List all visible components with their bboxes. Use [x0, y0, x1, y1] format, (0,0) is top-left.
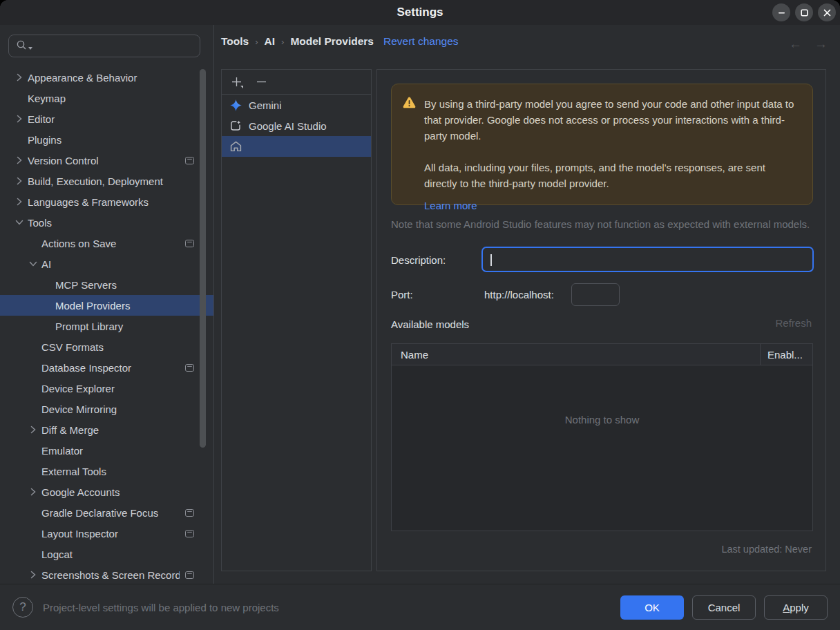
sidebar-item-label: Appearance & Behavior: [28, 72, 197, 84]
settings-sidebar: Appearance & BehaviorKeymapEditorPlugins…: [0, 25, 214, 584]
providers-panel: GeminiGoogle AI Studio: [221, 69, 372, 571]
breadcrumb-separator: ›: [281, 37, 284, 47]
sidebar-item-label: Google Accounts: [41, 486, 197, 498]
sidebar-item-emulator[interactable]: Emulator: [0, 440, 213, 461]
project-settings-icon: [185, 530, 194, 537]
sidebar-item-screenshots-screen-recordi[interactable]: Screenshots & Screen Recordi: [0, 564, 213, 584]
chevron-right-icon[interactable]: [11, 115, 28, 123]
apply-button[interactable]: Apply: [764, 595, 828, 620]
providers-toolbar: [222, 70, 371, 95]
home-icon: [229, 141, 242, 152]
breadcrumb-separator: ›: [255, 37, 258, 47]
chevron-right-icon[interactable]: [25, 571, 41, 579]
add-provider-button[interactable]: [229, 75, 243, 89]
provider-settings-panel: By using a third-party model you agree t…: [376, 69, 826, 571]
project-settings-icon: [185, 571, 194, 579]
sidebar-item-ai[interactable]: AI: [0, 254, 213, 274]
sidebar-item-diff-merge[interactable]: Diff & Merge: [0, 419, 213, 440]
breadcrumb-ai[interactable]: AI: [265, 35, 276, 48]
minimize-button[interactable]: [772, 3, 790, 21]
sidebar-item-languages-frameworks[interactable]: Languages & Frameworks: [0, 191, 213, 212]
text-cursor: [490, 254, 492, 266]
warning-text: By using a third-party model you agree t…: [424, 96, 800, 195]
description-label: Description:: [391, 248, 446, 271]
sidebar-item-label: AI: [41, 258, 197, 270]
sidebar-item-google-accounts[interactable]: Google Accounts: [0, 481, 213, 502]
sidebar-item-label: CSV Formats: [41, 341, 197, 353]
warning-icon: [403, 97, 416, 195]
sidebar-item-version-control[interactable]: Version Control: [0, 150, 213, 171]
dialog-footer: ? Project-level settings will be applied…: [0, 584, 840, 630]
port-prefix: http://localhost:: [484, 283, 554, 306]
sidebar-item-label: Prompt Library: [55, 321, 197, 332]
sidebar-item-tools[interactable]: Tools: [0, 212, 213, 233]
sidebar-item-label: Device Explorer: [41, 383, 197, 394]
column-header-name[interactable]: Name: [392, 349, 760, 361]
footer-hint: Project-level settings will be applied t…: [43, 602, 279, 613]
title-bar: Settings: [0, 0, 840, 25]
chevron-right-icon[interactable]: [11, 198, 28, 206]
port-input[interactable]: [571, 283, 620, 306]
sidebar-item-gradle-declarative-focus[interactable]: Gradle Declarative Focus: [0, 502, 213, 523]
chevron-right-icon[interactable]: [11, 177, 28, 185]
warning-paragraph-2: All data, including your files, prompts,…: [424, 160, 800, 191]
sidebar-item-label: Plugins: [28, 134, 197, 146]
sidebar-item-keymap[interactable]: Keymap: [0, 88, 213, 108]
help-icon[interactable]: ?: [12, 597, 33, 618]
chevron-right-icon[interactable]: [11, 73, 28, 82]
provider-item-new[interactable]: [222, 136, 371, 157]
chevron-right-icon[interactable]: [25, 426, 41, 434]
refresh-link[interactable]: Refresh: [775, 317, 812, 329]
sidebar-item-external-tools[interactable]: External Tools: [0, 461, 213, 481]
sidebar-scrollbar[interactable]: [200, 69, 206, 448]
dialog-body: Appearance & BehaviorKeymapEditorPlugins…: [0, 25, 840, 630]
sidebar-item-label: Languages & Frameworks: [28, 196, 197, 208]
sidebar-item-editor[interactable]: Editor: [0, 108, 213, 129]
cancel-button[interactable]: Cancel: [692, 595, 756, 620]
forward-arrow-icon[interactable]: →: [814, 37, 828, 52]
sidebar-item-mcp-servers[interactable]: MCP Servers: [0, 274, 213, 295]
sidebar-item-plugins[interactable]: Plugins: [0, 129, 213, 150]
models-table-header: Name Enabl...: [392, 344, 812, 365]
models-table: Name Enabl... Nothing to show: [391, 343, 813, 531]
ok-button[interactable]: OK: [620, 595, 684, 620]
chevron-right-icon[interactable]: [25, 488, 41, 496]
gemini-icon: [229, 99, 242, 111]
maximize-button[interactable]: [795, 3, 813, 21]
sidebar-item-label: External Tools: [41, 466, 197, 477]
sidebar-item-database-inspector[interactable]: Database Inspector: [0, 357, 213, 378]
provider-item-gemini[interactable]: Gemini: [222, 95, 371, 115]
sidebar-item-model-providers[interactable]: Model Providers: [0, 295, 213, 316]
column-header-enabled[interactable]: Enabl...: [760, 344, 812, 365]
sidebar-item-label: MCP Servers: [55, 279, 197, 291]
sidebar-item-prompt-library[interactable]: Prompt Library: [0, 316, 213, 336]
search-input[interactable]: [8, 35, 200, 57]
sidebar-item-logcat[interactable]: Logcat: [0, 544, 213, 564]
chevron-down-icon[interactable]: [11, 220, 28, 225]
sidebar-item-layout-inspector[interactable]: Layout Inspector: [0, 523, 213, 544]
revert-changes-link[interactable]: Revert changes: [383, 35, 459, 48]
providers-list: GeminiGoogle AI Studio: [222, 95, 371, 157]
sidebar-item-build-execution-deployment[interactable]: Build, Execution, Deployment: [0, 171, 213, 191]
provider-item-google-ai-studio[interactable]: Google AI Studio: [222, 115, 371, 136]
last-updated-label: Last updated: Never: [721, 544, 812, 555]
models-table-empty-state: Nothing to show: [392, 365, 812, 426]
search-options-chevron-icon[interactable]: [28, 47, 32, 50]
chevron-right-icon[interactable]: [11, 156, 28, 164]
sidebar-item-actions-on-save[interactable]: Actions on Save: [0, 233, 213, 254]
project-settings-icon: [185, 364, 194, 372]
sidebar-item-label: Actions on Save: [41, 238, 180, 249]
sidebar-item-device-mirroring[interactable]: Device Mirroring: [0, 399, 213, 419]
sidebar-item-label: Gradle Declarative Focus: [41, 507, 180, 519]
sidebar-item-csv-formats[interactable]: CSV Formats: [0, 336, 213, 357]
available-models-label: Available models: [391, 312, 469, 336]
chevron-down-icon[interactable]: [25, 261, 41, 267]
sidebar-item-appearance-behavior[interactable]: Appearance & Behavior: [0, 67, 213, 88]
back-arrow-icon[interactable]: ←: [789, 37, 802, 52]
close-button[interactable]: [818, 3, 836, 21]
learn-more-link[interactable]: Learn more: [424, 200, 477, 211]
breadcrumb-tools[interactable]: Tools: [221, 35, 249, 48]
sidebar-item-device-explorer[interactable]: Device Explorer: [0, 378, 213, 399]
remove-provider-button[interactable]: [254, 75, 268, 89]
description-input[interactable]: [481, 247, 814, 272]
